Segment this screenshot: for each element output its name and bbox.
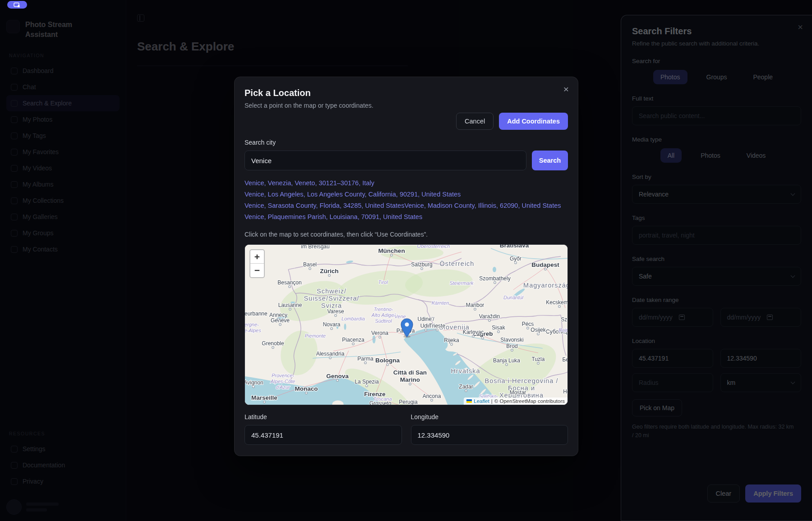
map-label: Varese <box>327 308 344 315</box>
leaflet-link[interactable]: Leaflet <box>474 398 489 404</box>
map-place-dot <box>366 385 368 387</box>
map-place-dot <box>272 347 274 349</box>
search-for-photos[interactable]: Photos <box>653 70 687 84</box>
map-label: leurbanne <box>245 311 268 317</box>
latitude-input[interactable] <box>245 425 402 445</box>
radius-input[interactable] <box>632 373 713 392</box>
map-place-dot <box>379 336 381 338</box>
media-type-videos[interactable]: Videos <box>739 148 773 163</box>
map-place-dot <box>482 337 484 339</box>
radius-unit-select[interactable]: km <box>720 373 802 392</box>
map-place-dot <box>329 357 332 359</box>
media-type-photos[interactable]: Photos <box>693 148 728 163</box>
map-place-dot <box>474 308 476 311</box>
search-city-input[interactable] <box>245 151 526 170</box>
map-label: Oberösterreich <box>417 245 450 249</box>
map-place-dot <box>425 329 427 331</box>
longitude-label: Longitude <box>411 413 568 420</box>
geocode-result-link[interactable]: Venice, Sarasota County, Florida, 34285,… <box>245 200 568 211</box>
map-label: Genova <box>326 373 349 379</box>
map-place-dot <box>289 286 291 288</box>
map-label: Piemonte <box>305 333 326 338</box>
search-for-people[interactable]: People <box>746 70 780 84</box>
close-icon[interactable]: × <box>563 84 569 94</box>
map-label: Suisse/Svizzera/ <box>304 295 359 302</box>
map-label: Budapest <box>531 261 559 268</box>
map-place-dot <box>558 306 561 308</box>
map-label: Südtirol <box>375 318 392 324</box>
map-place-dot <box>431 399 433 402</box>
geocode-result-link[interactable]: Venice, Venezia, Veneto, 30121–30176, It… <box>245 178 568 189</box>
map-label: Monaco <box>295 385 318 392</box>
map-place-dot <box>511 349 513 352</box>
map-place-dot <box>436 329 438 331</box>
map-label: Banja Luka <box>493 357 520 364</box>
sort-by-label: Sort by <box>632 174 801 180</box>
date-to-input[interactable]: dd/mm/yyyy <box>720 308 802 327</box>
longitude-input[interactable] <box>411 425 568 445</box>
map-label: Novara <box>323 321 341 328</box>
clear-filters-button[interactable]: Clear <box>707 484 740 503</box>
search-button[interactable]: Search <box>532 151 568 170</box>
longitude-filter-input[interactable] <box>720 349 802 368</box>
map-label: im Breisgau <box>301 245 329 250</box>
geocode-results: Venice, Venezia, Veneto, 30121–30176, It… <box>245 178 568 223</box>
location-map[interactable]: im BreisgauMünchenOberösterreichBratisla… <box>245 244 568 405</box>
search-for-groups[interactable]: Groups <box>699 70 734 84</box>
safe-search-label: Safe search <box>632 256 801 262</box>
map-label: Војвод <box>558 327 568 333</box>
map-canvas: im BreisgauMünchenOberösterreichBratisla… <box>245 245 568 405</box>
map-label: Provence- <box>272 373 294 378</box>
date-from-input[interactable]: dd/mm/yyyy <box>632 308 713 327</box>
map-label: Kärnten <box>432 300 449 306</box>
map-label: Karlovac <box>463 329 484 335</box>
zoom-in-button[interactable]: + <box>250 250 264 264</box>
map-place-dot <box>391 254 393 256</box>
apply-filters-button[interactable]: Apply Filters <box>745 484 801 503</box>
map-label: Trieste <box>429 323 446 329</box>
map-attribution: Leaflet | © OpenStreetMap contributors <box>464 398 567 405</box>
search-for-segmented: Photos Groups People <box>632 70 801 84</box>
map-label: Osijek <box>531 327 546 333</box>
map-label: Varaždin <box>479 313 500 320</box>
media-type-all[interactable]: All <box>660 148 682 163</box>
sort-by-select[interactable]: Relevance <box>632 185 801 204</box>
map-label: München <box>378 247 405 254</box>
zoom-out-button[interactable]: − <box>250 264 264 277</box>
map-place-dot <box>465 390 467 392</box>
date-range-label: Date taken range <box>632 297 801 303</box>
map-label: Pécs <box>522 321 534 327</box>
pick-location-modal: × Pick a Location Select a point on the … <box>234 77 578 456</box>
map-label: Marino <box>400 376 420 383</box>
map-instruction: Click on the map to set coordinates, the… <box>245 231 568 238</box>
map-label: Lausanne <box>278 302 302 308</box>
map-label: Tirol <box>378 279 388 285</box>
map-label: Marseille <box>251 394 277 401</box>
map-label: ne-Alpes <box>245 328 261 333</box>
geocode-result-link[interactable]: Venice, Los Angeles, Los Angeles County,… <box>245 189 568 200</box>
map-label: Grosseto <box>369 400 392 405</box>
cancel-button[interactable]: Cancel <box>456 113 494 130</box>
chevron-down-icon <box>791 379 795 384</box>
map-label: Schweiz/ <box>317 288 346 295</box>
pick-on-map-button[interactable]: Pick on Map <box>632 399 682 416</box>
tags-input[interactable] <box>632 226 801 245</box>
close-icon[interactable]: × <box>798 23 803 32</box>
safe-search-select[interactable]: Safe <box>632 267 801 286</box>
map-place-dot <box>498 331 500 333</box>
contact-card-icon[interactable] <box>7 1 27 9</box>
geo-filters-note: Geo filters require both latitude and lo… <box>632 423 794 440</box>
add-coordinates-button[interactable]: Add Coordinates <box>499 113 568 130</box>
map-label: Ho <box>563 388 568 395</box>
search-filters-panel: × Search Filters Refine the public searc… <box>621 15 812 521</box>
latitude-filter-input[interactable] <box>632 349 713 368</box>
map-label: Grenoble <box>262 340 284 347</box>
full-text-input[interactable] <box>632 106 801 125</box>
filters-title: Search Filters <box>632 26 801 37</box>
ukraine-flag-icon <box>466 399 472 403</box>
map-place-dot <box>515 262 517 264</box>
geocode-result-link[interactable]: Venice, Plaquemines Parish, Louisiana, 7… <box>245 211 568 223</box>
map-label: Бео <box>562 356 568 363</box>
map-place-dot <box>352 343 355 345</box>
map-label: Kecskemét <box>546 299 568 306</box>
